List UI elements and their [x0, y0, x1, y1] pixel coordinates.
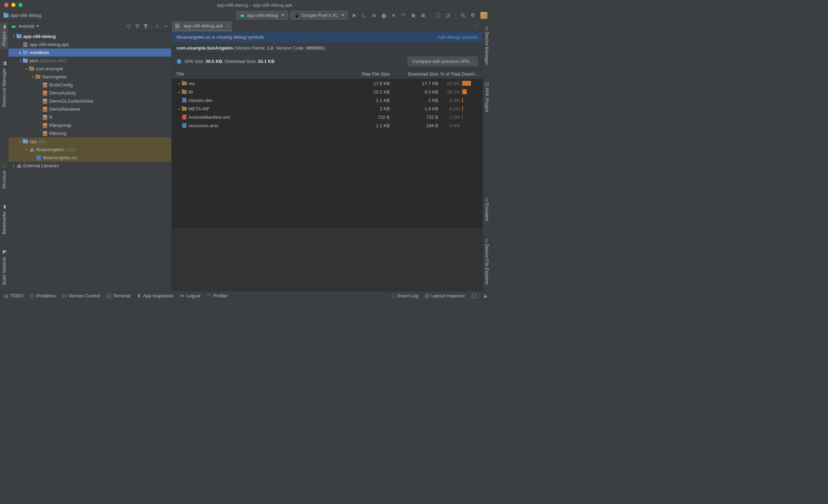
- close-window[interactable]: [4, 3, 8, 7]
- attach-debugger-button[interactable]: [391, 13, 396, 18]
- tab-structure[interactable]: Structure⬚: [0, 161, 8, 192]
- svg-rect-16: [484, 296, 487, 298]
- status-todo[interactable]: TODO: [4, 293, 23, 298]
- tab-apk-project[interactable]: ◱APK Project: [483, 78, 491, 115]
- chevron-down-icon: [342, 14, 344, 16]
- git-button[interactable]: [435, 13, 441, 18]
- debug-button[interactable]: [381, 13, 387, 18]
- status-event-log[interactable]: Event Log: [391, 293, 418, 298]
- tree-external-libs[interactable]: ▸External Libraries: [8, 162, 171, 170]
- tree-file[interactable]: R$mipmap: [8, 121, 171, 129]
- profiler-button[interactable]: [401, 13, 406, 18]
- run-with-coverage-button[interactable]: [371, 13, 377, 18]
- size-row: i APK size: 39.5 KB, Download Size: 34.1…: [172, 54, 483, 69]
- settings-button[interactable]: [470, 13, 476, 18]
- tree-file[interactable]: BuildConfig: [8, 81, 171, 89]
- status-vcs[interactable]: Version Control: [62, 293, 100, 298]
- table-row[interactable]: AndroidManifest.xml732 B732 B2.2%: [172, 113, 483, 121]
- tree-file[interactable]: DemoActivity: [8, 89, 171, 97]
- chevron-down-icon: [36, 25, 39, 27]
- project-tree: ▾app-x86-debug app-x86-debug.apk ▸manife…: [8, 32, 171, 291]
- col-raw[interactable]: Raw File Size: [349, 71, 395, 77]
- minimize-window[interactable]: [11, 3, 15, 7]
- sync-button[interactable]: [445, 13, 451, 18]
- structure-icon: ⬚: [2, 164, 6, 169]
- apply-changes-button[interactable]: [361, 13, 367, 18]
- info-icon: i: [177, 59, 181, 64]
- overflow-icon[interactable]: [471, 293, 477, 299]
- tree-file[interactable]: DemoRenderer: [8, 105, 171, 113]
- filter-icon[interactable]: [143, 24, 148, 29]
- resource-icon: ◧: [2, 62, 6, 66]
- tab-device-manager[interactable]: ▯Device Manager: [483, 22, 491, 68]
- avatar[interactable]: [480, 12, 488, 19]
- maximize-window[interactable]: [18, 3, 23, 7]
- tab-emulator[interactable]: ▯Emulator: [483, 194, 491, 224]
- col-file[interactable]: File: [172, 71, 349, 77]
- tree-so-file[interactable]: libsanangeles.so: [8, 154, 171, 162]
- tree-native-lib[interactable]: ▾libsanangeles(x86): [8, 146, 171, 154]
- bookmark-icon: ▮: [2, 205, 6, 210]
- tree-cpp[interactable]: ▾cpp(lib): [8, 137, 171, 146]
- status-problems[interactable]: Problems: [30, 293, 56, 298]
- svg-point-12: [391, 294, 395, 298]
- table-row[interactable]: ▸META-INF2 KB1.9 KB6.1%: [172, 104, 483, 113]
- more-actions-button[interactable]: [410, 13, 416, 18]
- tree-apk[interactable]: app-x86-debug.apk: [8, 40, 171, 49]
- col-pct[interactable]: % of Total Downlo...: [440, 71, 483, 77]
- tab-bookmarks[interactable]: Bookmarks▮: [0, 202, 8, 237]
- tab-resource-manager[interactable]: Resource Manager◧: [0, 59, 8, 110]
- minimize-icon[interactable]: [163, 24, 168, 29]
- window-title: app-x86-debug – app-x86-debug.apk: [23, 2, 487, 8]
- run-button[interactable]: [351, 13, 357, 18]
- svg-point-3: [461, 13, 464, 16]
- status-app-inspection[interactable]: App Inspection: [136, 293, 173, 298]
- phone-icon: 📱: [294, 13, 299, 18]
- svg-point-0: [392, 14, 395, 17]
- table-row[interactable]: resources.arsc1.2 KB294 B0.9%: [172, 121, 483, 130]
- warning-text: libsanangeles.so is missing debug symbol…: [177, 34, 264, 40]
- status-layout-inspector[interactable]: Layout Inspector: [425, 293, 465, 298]
- table-row[interactable]: ▸res17.8 KB17.7 KB55.3%: [172, 79, 483, 88]
- tab-build-variants[interactable]: Build Variants◪: [0, 248, 8, 287]
- tree-file[interactable]: R$string: [8, 129, 171, 137]
- status-profiler[interactable]: Profiler: [206, 293, 228, 298]
- tree-package[interactable]: ▾com.example: [8, 65, 171, 73]
- lock-icon[interactable]: [483, 294, 488, 298]
- apk-icon: ◱: [485, 81, 489, 86]
- titlebar: app-x86-debug – app-x86-debug.apk: [0, 0, 491, 10]
- tab-project[interactable]: Project▮: [0, 22, 8, 49]
- tree-manifests[interactable]: ▸manifests: [8, 49, 171, 57]
- add-debug-symbols-link[interactable]: Add debug symbols: [438, 34, 478, 40]
- search-button[interactable]: [460, 13, 466, 18]
- tree-java[interactable]: ▾java(classes.dex): [8, 57, 171, 65]
- tab-device-file-explorer[interactable]: ▯Device File Explorer: [483, 235, 491, 287]
- table-row[interactable]: classes.dex2.1 KB2 KB6.3%: [172, 96, 483, 104]
- target-icon[interactable]: [126, 24, 132, 29]
- tab-apk[interactable]: app-x86-debug.apk ×: [172, 21, 232, 31]
- gear-icon[interactable]: [154, 24, 160, 29]
- stop-button[interactable]: [420, 13, 426, 18]
- breadcrumb[interactable]: app-x86-debug: [4, 13, 41, 18]
- run-config-label: app-x86-debug: [247, 13, 278, 18]
- compare-apk-button[interactable]: Compare with previous APK...: [408, 57, 478, 66]
- close-tab-icon[interactable]: ×: [227, 23, 229, 28]
- table-row[interactable]: ▸lib10.1 KB9.3 KB29.2%: [172, 88, 483, 96]
- right-stripe: ▯Device Manager ◱APK Project ▯Emulator ▯…: [483, 21, 491, 291]
- device-selector[interactable]: 📱 Google Pixel 4 XL: [290, 11, 348, 20]
- tree-package[interactable]: ▾SanAngeles: [8, 73, 171, 81]
- tree-root[interactable]: ▾app-x86-debug: [8, 32, 171, 40]
- warning-bar: libsanangeles.so is missing debug symbol…: [172, 32, 483, 43]
- tree-file[interactable]: DemoGLSurfaceView: [8, 97, 171, 105]
- run-config-selector[interactable]: app-x86-debug: [236, 11, 288, 20]
- svg-point-8: [63, 294, 64, 295]
- status-terminal[interactable]: Terminal: [106, 293, 130, 298]
- status-logcat[interactable]: Logcat: [180, 293, 200, 298]
- col-download[interactable]: Download Size: [395, 71, 440, 77]
- tree-file[interactable]: R: [8, 113, 171, 121]
- project-view-label[interactable]: Android: [18, 24, 34, 29]
- more-icon[interactable]: ⋮: [474, 24, 483, 29]
- sort-icon[interactable]: [134, 24, 140, 29]
- project-panel: Android ▾app-x86-debug app-x86-debug.apk…: [8, 21, 172, 291]
- editor-panel: app-x86-debug.apk × ⋮ libsanangeles.so i…: [172, 21, 483, 291]
